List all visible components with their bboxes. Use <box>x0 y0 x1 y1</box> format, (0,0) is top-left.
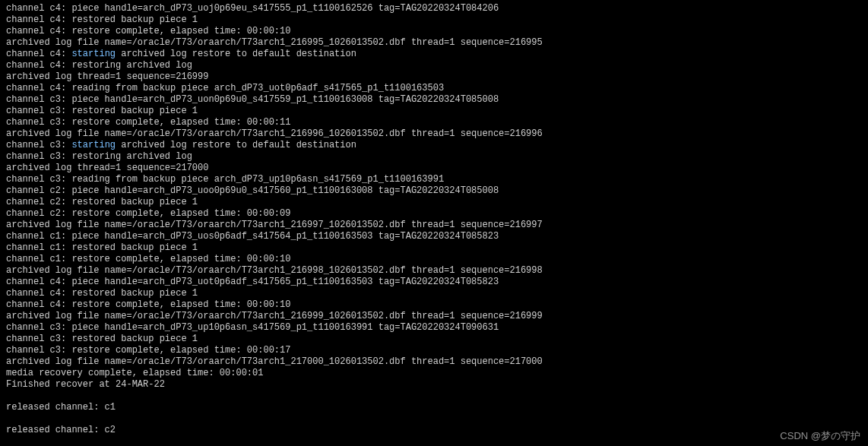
terminal-line: channel c3: restore complete, elapsed ti… <box>6 345 862 356</box>
terminal-line: archived log thread=1 sequence=216999 <box>6 71 862 83</box>
text-segment: channel c4: restore complete, elapsed ti… <box>6 26 290 36</box>
text-segment: channel c3: <box>6 140 71 150</box>
terminal-line: channel c3: restored backup piece 1 <box>6 334 862 345</box>
text-segment <box>6 436 11 446</box>
terminal-line: channel c3: restore complete, elapsed ti… <box>6 117 862 128</box>
terminal-line: channel c1: restore complete, elapsed ti… <box>6 254 862 265</box>
terminal-line: channel c3: reading from backup piece ar… <box>6 174 862 185</box>
terminal-line: archived log file name=/oracle/T73/oraar… <box>6 356 862 368</box>
text-segment: Finished recover at 24-MAR-22 <box>6 379 165 390</box>
terminal-line <box>6 436 862 446</box>
text-segment: channel c4: piece handle=arch_dP73_uoj0p… <box>6 3 499 14</box>
text-segment: archived log file name=/oracle/T73/oraar… <box>6 128 543 139</box>
terminal-line: channel c4: restored backup piece 1 <box>6 288 862 299</box>
terminal-line: channel c2: piece handle=arch_dP73_uoo0p… <box>6 185 862 197</box>
terminal-line: channel c4: starting archived log restor… <box>6 49 862 60</box>
text-segment: channel c4: piece handle=arch_dP73_uot0p… <box>6 277 499 287</box>
text-segment: channel c3: restoring archived log <box>6 151 192 162</box>
text-segment: channel c3: restore complete, elapsed ti… <box>6 117 290 128</box>
terminal-line: archived log file name=/oracle/T73/oraar… <box>6 37 862 49</box>
text-segment: channel c3: restore complete, elapsed ti… <box>6 345 290 356</box>
terminal-line: media recovery complete, elapsed time: 0… <box>6 368 862 379</box>
terminal-line: channel c4: reading from backup piece ar… <box>6 83 862 94</box>
terminal-line: channel c4: restoring archived log <box>6 60 862 71</box>
text-segment: channel c3: restored backup piece 1 <box>6 106 198 116</box>
text-segment: channel c1: restore complete, elapsed ti… <box>6 254 290 264</box>
text-segment: released channel: c1 <box>6 402 116 413</box>
terminal-line: channel c1: piece handle=arch_dP73_uos0p… <box>6 231 862 242</box>
text-segment: archived log file name=/oracle/T73/oraar… <box>6 311 543 321</box>
text-segment: channel c3: piece handle=arch_dP73_uon0p… <box>6 94 499 105</box>
terminal-output[interactable]: channel c4: piece handle=arch_dP73_uoj0p… <box>6 3 862 446</box>
terminal-line: archived log file name=/oracle/T73/oraar… <box>6 128 862 140</box>
highlight-token: starting <box>71 140 116 150</box>
text-segment: channel c1: piece handle=arch_dP73_uos0p… <box>6 231 499 242</box>
text-segment: channel c1: restored backup piece 1 <box>6 242 198 253</box>
terminal-line: channel c2: restored backup piece 1 <box>6 197 862 208</box>
terminal-line: Finished recover at 24-MAR-22 <box>6 379 862 391</box>
terminal-line: channel c4: piece handle=arch_dP73_uoj0p… <box>6 3 862 14</box>
text-segment: archived log file name=/oracle/T73/oraar… <box>6 356 543 367</box>
terminal-line: channel c3: piece handle=arch_dP73_uon0p… <box>6 94 862 106</box>
text-segment: channel c4: <box>6 49 71 59</box>
terminal-line: channel c3: piece handle=arch_dP73_up10p… <box>6 322 862 334</box>
text-segment: media recovery complete, elapsed time: 0… <box>6 368 263 378</box>
text-segment: channel c3: restored backup piece 1 <box>6 334 198 344</box>
text-segment: channel c4: restore complete, elapsed ti… <box>6 299 290 310</box>
terminal-line: channel c3: starting archived log restor… <box>6 140 862 151</box>
terminal-line <box>6 413 862 425</box>
text-segment: archived log thread=1 sequence=217000 <box>6 163 208 173</box>
text-segment: channel c4: restored backup piece 1 <box>6 288 198 299</box>
text-segment: channel c4: reading from backup piece ar… <box>6 83 444 93</box>
text-segment: archived log file name=/oracle/T73/oraar… <box>6 265 543 276</box>
text-segment: channel c2: restore complete, elapsed ti… <box>6 208 290 219</box>
terminal-line: released channel: c2 <box>6 425 862 436</box>
text-segment: channel c2: piece handle=arch_dP73_uoo0p… <box>6 185 499 196</box>
terminal-line: channel c3: restoring archived log <box>6 151 862 163</box>
terminal-line: archived log thread=1 sequence=217000 <box>6 163 862 174</box>
terminal-line <box>6 391 862 402</box>
text-segment: released channel: c2 <box>6 425 116 435</box>
text-segment: channel c3: reading from backup piece ar… <box>6 174 444 185</box>
text-segment: channel c2: restored backup piece 1 <box>6 197 198 207</box>
terminal-line: channel c4: piece handle=arch_dP73_uot0p… <box>6 277 862 288</box>
text-segment <box>6 413 11 424</box>
terminal-line: channel c1: restored backup piece 1 <box>6 242 862 254</box>
terminal-line: archived log file name=/oracle/T73/oraar… <box>6 311 862 322</box>
text-segment: archived log restore to default destinat… <box>116 140 356 150</box>
text-segment: channel c4: restoring archived log <box>6 60 192 71</box>
terminal-line: channel c2: restore complete, elapsed ti… <box>6 208 862 220</box>
text-segment: archived log file name=/oracle/T73/oraar… <box>6 37 543 48</box>
terminal-line: archived log file name=/oracle/T73/oraar… <box>6 220 862 231</box>
text-segment: channel c3: piece handle=arch_dP73_up10p… <box>6 322 499 333</box>
text-segment: archived log file name=/oracle/T73/oraar… <box>6 220 543 230</box>
terminal-line: channel c4: restore complete, elapsed ti… <box>6 299 862 311</box>
terminal-line: channel c4: restored backup piece 1 <box>6 14 862 26</box>
terminal-line: channel c4: restore complete, elapsed ti… <box>6 26 862 37</box>
terminal-line: archived log file name=/oracle/T73/oraar… <box>6 265 862 277</box>
text-segment: channel c4: restored backup piece 1 <box>6 14 198 25</box>
text-segment: archived log restore to default destinat… <box>116 49 356 59</box>
terminal-line: channel c3: restored backup piece 1 <box>6 106 862 117</box>
text-segment: archived log thread=1 sequence=216999 <box>6 71 208 82</box>
text-segment <box>6 391 11 401</box>
terminal-line: released channel: c1 <box>6 402 862 413</box>
highlight-token: starting <box>71 49 116 59</box>
